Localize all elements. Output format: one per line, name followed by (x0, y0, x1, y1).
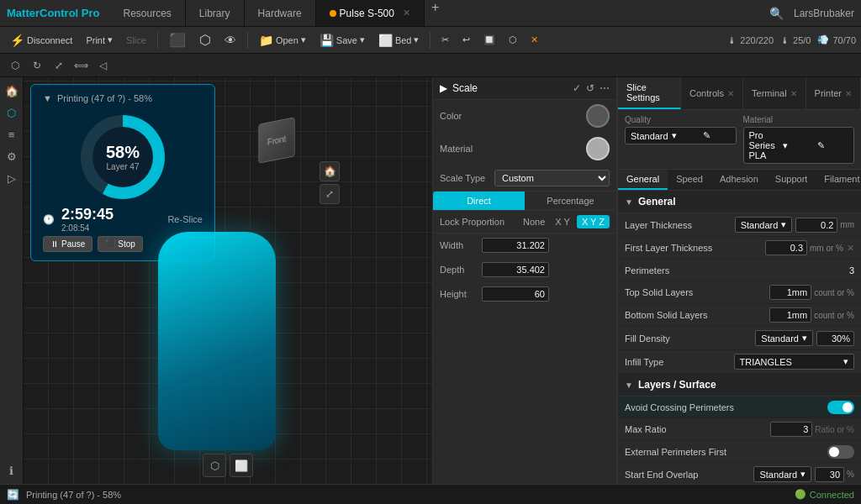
tool-2[interactable]: ↩ (457, 33, 475, 47)
shaded-toggle[interactable]: ⬜ (230, 454, 253, 477)
wireframe-toggle[interactable]: ⬡ (203, 454, 226, 477)
reset-scale-icon[interactable]: ↺ (586, 82, 594, 94)
sidebar-settings-icon[interactable]: ⚙ (2, 146, 22, 166)
fit-view-button[interactable]: ⤢ (320, 184, 340, 204)
material-edit-icon[interactable]: ✎ (817, 140, 848, 151)
tab-slice-settings[interactable]: Slice Settings (618, 77, 681, 109)
pause-button[interactable]: ⏸ Pause (43, 236, 92, 252)
viewport[interactable]: ▼ Printing (47 of ?) - 58% 58% Layer 47 … (24, 77, 432, 484)
tab-controls[interactable]: Controls ✕ (681, 77, 743, 109)
tool-3[interactable]: 🔲 (478, 33, 500, 47)
external-perimeters-toggle[interactable] (827, 445, 854, 459)
tool-4[interactable]: ⬡ (504, 33, 522, 47)
layers-surface-section-header[interactable]: ▼ Layers / Surface (618, 374, 861, 396)
lock-xy-option[interactable]: X Y (552, 215, 573, 228)
3d-model (158, 232, 276, 450)
rotate-tool[interactable]: ↻ (27, 55, 47, 76)
settings-tab-adhesion[interactable]: Adhesion (711, 170, 767, 190)
reslice-button[interactable]: Re-Slice (167, 214, 203, 224)
quality-edit-icon[interactable]: ✎ (703, 130, 731, 141)
layer-thickness-input[interactable] (795, 218, 837, 233)
search-icon[interactable]: 🔍 (769, 7, 784, 20)
tab-library[interactable]: Library (186, 0, 245, 26)
print-button[interactable]: Print ▾ (81, 33, 118, 47)
settings-tab-speed[interactable]: Speed (668, 170, 711, 190)
quality-select[interactable]: Standard ▾ ✎ (625, 127, 737, 144)
tab-printer[interactable]: Printer ✕ (806, 77, 861, 109)
view-icon-3[interactable]: 👁 (219, 32, 241, 49)
expand-icon[interactable]: ▼ (43, 93, 52, 103)
top-solid-input[interactable] (769, 285, 811, 300)
tool-5[interactable]: ✕ (526, 33, 543, 47)
scale-type-row: Scale Type Custom (433, 165, 616, 192)
layer-thickness-dropdown[interactable]: Standard ▾ (735, 217, 793, 233)
tab-hardware[interactable]: Hardware (245, 0, 316, 26)
material-swatch[interactable] (586, 137, 610, 160)
close-tab-icon[interactable]: ✕ (403, 8, 410, 18)
sidebar-info-icon[interactable]: ℹ (2, 460, 22, 480)
lock-xyz-option[interactable]: X Y Z (577, 215, 610, 228)
add-tab-button[interactable]: + (425, 0, 446, 26)
viewport-gizmo[interactable]: Front (256, 119, 306, 170)
avoid-crossing-row: Avoid Crossing Perimeters (618, 396, 861, 418)
first-layer-input[interactable] (765, 240, 807, 255)
avoid-crossing-toggle[interactable] (827, 401, 854, 414)
settings-tabs: General Speed Adhesion Support Filament (618, 170, 861, 191)
fill-density-input[interactable] (816, 331, 854, 346)
sidebar-arrow-icon[interactable]: ▷ (2, 168, 22, 188)
gizmo-cube[interactable]: Front (258, 117, 294, 164)
width-row: Width (433, 234, 616, 258)
tool-1[interactable]: ✂ (436, 33, 454, 47)
more-options-icon[interactable]: ⋯ (600, 82, 610, 94)
infill-type-dropdown[interactable]: TRIANGLES ▾ (734, 354, 855, 370)
sidebar-cube-icon[interactable]: ⬡ (2, 102, 22, 123)
settings-tab-general[interactable]: General (618, 170, 668, 190)
settings-tab-support[interactable]: Support (767, 170, 816, 190)
scale-tool[interactable]: ⤢ (49, 55, 69, 76)
general-section-header[interactable]: ▼ General (618, 191, 861, 213)
mirror-tool[interactable]: ⟺ (71, 55, 91, 76)
direct-pct-tabs: Direct Percentage (433, 192, 616, 211)
tab-printer[interactable]: Pulse S-500 ✕ (316, 0, 425, 26)
height-input[interactable] (482, 286, 549, 302)
close-terminal-tab-icon[interactable]: ✕ (790, 89, 797, 98)
bed-button[interactable]: ⬜ Bed ▾ (373, 32, 425, 49)
back-tool[interactable]: ◁ (92, 55, 113, 76)
tab-percentage[interactable]: Percentage (525, 192, 616, 210)
lock-none-option[interactable]: None (520, 215, 548, 228)
expand-scale-icon[interactable]: ▶ (440, 82, 447, 94)
view-icon-1[interactable]: ⬛ (164, 30, 191, 50)
select-tool[interactable]: ⬡ (5, 55, 25, 76)
sidebar-home-icon[interactable]: 🏠 (2, 81, 22, 101)
open-button[interactable]: 📁 Open ▾ (254, 32, 311, 49)
first-layer-close-icon[interactable]: ✕ (847, 243, 854, 254)
tab-resources[interactable]: Resources (110, 0, 186, 26)
view-icon-2[interactable]: ⬡ (194, 30, 216, 50)
close-printer-tab-icon[interactable]: ✕ (845, 89, 852, 98)
print-status-text: Printing (47 of ?) - 58% (26, 490, 121, 500)
settings-tab-filament[interactable]: Filament (816, 170, 861, 190)
sidebar-layers-icon[interactable]: ≡ (2, 124, 22, 144)
slice-button[interactable]: Slice (121, 34, 151, 47)
close-controls-tab-icon[interactable]: ✕ (727, 89, 734, 98)
start-end-dropdown[interactable]: Standard ▾ (753, 466, 811, 482)
max-ratio-input[interactable] (770, 422, 812, 437)
tab-terminal[interactable]: Terminal ✕ (743, 77, 806, 109)
home-view-button[interactable]: 🏠 (320, 161, 340, 181)
color-swatch[interactable] (586, 104, 610, 128)
tab-direct[interactable]: Direct (433, 192, 525, 210)
bed-icon: ⬜ (378, 34, 393, 47)
toolbar-separator-1 (157, 32, 158, 49)
bottom-solid-input[interactable] (769, 307, 811, 323)
checkmark-icon[interactable]: ✓ (573, 82, 581, 94)
app-logo: MatterControl Pro (7, 7, 100, 19)
start-end-input[interactable] (815, 467, 844, 482)
disconnect-button[interactable]: ⚡ Disconnect (5, 32, 77, 49)
scale-type-select[interactable]: Custom (494, 170, 610, 186)
stop-button[interactable]: ⬛ Stop (98, 236, 143, 252)
save-button[interactable]: 💾 Save ▾ (314, 32, 370, 49)
material-select[interactable]: Pro Series PLA ▾ ✎ (743, 127, 855, 164)
fill-density-dropdown[interactable]: Standard ▾ (755, 330, 813, 346)
width-input[interactable] (482, 238, 549, 253)
depth-input[interactable] (482, 262, 549, 277)
